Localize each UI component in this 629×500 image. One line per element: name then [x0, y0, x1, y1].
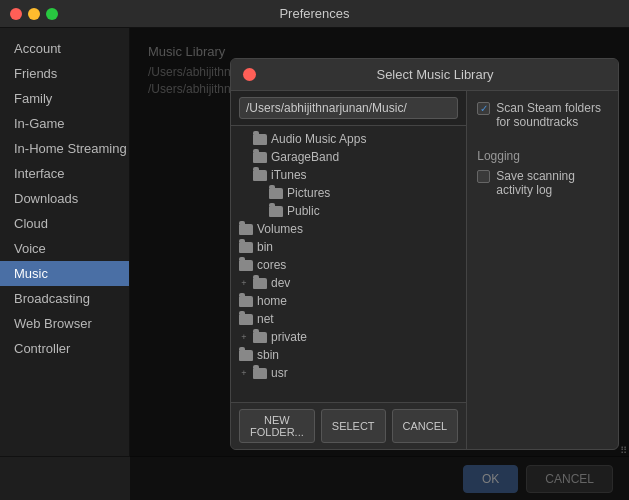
- tree-item-home[interactable]: home: [231, 292, 466, 310]
- tree-item-label: iTunes: [271, 168, 307, 182]
- tree-item-label: sbin: [257, 348, 279, 362]
- dialog-left-panel: /Users/abhijithnarjunan/Music/ Audio Mus…: [231, 91, 467, 449]
- tree-item-label: Pictures: [287, 186, 330, 200]
- tree-item-label: GarageBand: [271, 150, 339, 164]
- folder-icon: [239, 242, 253, 253]
- scan-soundtracks-checkbox[interactable]: [477, 102, 490, 115]
- expand-icon: +: [239, 368, 249, 378]
- tree-item-net[interactable]: net: [231, 310, 466, 328]
- tree-item-label: net: [257, 312, 274, 326]
- new-folder-button[interactable]: NEW FOLDER...: [239, 409, 315, 443]
- close-button[interactable]: [10, 8, 22, 20]
- sidebar-item-voice[interactable]: Voice: [0, 236, 129, 261]
- sidebar-item-family[interactable]: Family: [0, 86, 129, 111]
- tree-item-itunes[interactable]: iTunes: [231, 166, 466, 184]
- tree-item-label: private: [271, 330, 307, 344]
- dialog-right-panel: Scan Steam folders for soundtracks Loggi…: [467, 91, 618, 449]
- expand-icon: +: [239, 332, 249, 342]
- save-log-label: Save scanning activity log: [496, 169, 608, 197]
- tree-item-bin[interactable]: bin: [231, 238, 466, 256]
- maximize-button[interactable]: [46, 8, 58, 20]
- file-tree[interactable]: Audio Music Apps GarageBand iTunes: [231, 126, 466, 402]
- titlebar: Preferences: [0, 0, 629, 28]
- folder-icon: [253, 152, 267, 163]
- tree-item-sbin[interactable]: sbin: [231, 346, 466, 364]
- folder-icon: [269, 206, 283, 217]
- folder-icon: [253, 134, 267, 145]
- tree-item-label: bin: [257, 240, 273, 254]
- tree-item-volumes[interactable]: Volumes: [231, 220, 466, 238]
- folder-icon: [253, 170, 267, 181]
- folder-icon: [239, 314, 253, 325]
- tree-item-garageband[interactable]: GarageBand: [231, 148, 466, 166]
- sidebar-item-in-home-streaming[interactable]: In-Home Streaming: [0, 136, 129, 161]
- sidebar-item-web-browser[interactable]: Web Browser: [0, 311, 129, 336]
- dialog-close-button[interactable]: ×: [243, 68, 256, 81]
- folder-icon: [253, 368, 267, 379]
- sidebar-item-broadcasting[interactable]: Broadcasting: [0, 286, 129, 311]
- tree-item-dev[interactable]: + dev: [231, 274, 466, 292]
- dialog-cancel-button[interactable]: CANCEL: [392, 409, 459, 443]
- sidebar-item-account[interactable]: Account: [0, 36, 129, 61]
- tree-item-pictures[interactable]: Pictures: [231, 184, 466, 202]
- sidebar-item-friends[interactable]: Friends: [0, 61, 129, 86]
- scan-soundtracks-label: Scan Steam folders for soundtracks: [496, 101, 608, 129]
- folder-icon: [239, 350, 253, 361]
- main-layout: Account Friends Family In-Game In-Home S…: [0, 28, 629, 500]
- save-log-row: Save scanning activity log: [477, 169, 608, 197]
- tree-item-public[interactable]: Public: [231, 202, 466, 220]
- tree-item-private[interactable]: + private: [231, 328, 466, 346]
- sidebar-item-controller[interactable]: Controller: [0, 336, 129, 361]
- tree-item-label: home: [257, 294, 287, 308]
- folder-icon: [253, 278, 267, 289]
- folder-icon: [239, 296, 253, 307]
- sidebar-item-interface[interactable]: Interface: [0, 161, 129, 186]
- tree-item-audio-music-apps[interactable]: Audio Music Apps: [231, 130, 466, 148]
- logging-section: Logging Save scanning activity log: [477, 149, 608, 197]
- content-area: Music Library /Users/abhijithnarjunan/Mu…: [130, 28, 629, 500]
- expand-icon: +: [239, 278, 249, 288]
- dialog-title: Select Music Library: [264, 67, 606, 82]
- window-title: Preferences: [279, 6, 349, 21]
- logging-title: Logging: [477, 149, 608, 163]
- tree-item-label: cores: [257, 258, 286, 272]
- tree-item-usr[interactable]: + usr: [231, 364, 466, 382]
- save-log-checkbox[interactable]: [477, 170, 490, 183]
- sidebar-item-music[interactable]: Music: [0, 261, 129, 286]
- sidebar-item-cloud[interactable]: Cloud: [0, 211, 129, 236]
- tree-item-label: dev: [271, 276, 290, 290]
- tree-item-label: usr: [271, 366, 288, 380]
- dialog-actions: NEW FOLDER... SELECT CANCEL: [231, 402, 466, 449]
- sidebar-item-downloads[interactable]: Downloads: [0, 186, 129, 211]
- dialog-header: × Select Music Library: [231, 59, 618, 91]
- path-dropdown[interactable]: /Users/abhijithnarjunan/Music/: [239, 97, 458, 119]
- minimize-button[interactable]: [28, 8, 40, 20]
- sidebar-item-in-game[interactable]: In-Game: [0, 111, 129, 136]
- tree-item-label: Volumes: [257, 222, 303, 236]
- folder-icon: [253, 332, 267, 343]
- resize-handle[interactable]: ⠿: [617, 444, 629, 456]
- tree-item-cores[interactable]: cores: [231, 256, 466, 274]
- traffic-lights: [10, 8, 58, 20]
- folder-icon: [269, 188, 283, 199]
- path-selector-row: /Users/abhijithnarjunan/Music/: [231, 91, 466, 126]
- select-music-library-dialog: × Select Music Library /Users/abhijithna…: [230, 58, 619, 450]
- tree-item-label: Public: [287, 204, 320, 218]
- folder-icon: [239, 224, 253, 235]
- folder-icon: [239, 260, 253, 271]
- scan-soundtracks-row: Scan Steam folders for soundtracks: [477, 101, 608, 129]
- tree-item-label: Audio Music Apps: [271, 132, 366, 146]
- select-button[interactable]: SELECT: [321, 409, 386, 443]
- dialog-body: /Users/abhijithnarjunan/Music/ Audio Mus…: [231, 91, 618, 449]
- sidebar: Account Friends Family In-Game In-Home S…: [0, 28, 130, 500]
